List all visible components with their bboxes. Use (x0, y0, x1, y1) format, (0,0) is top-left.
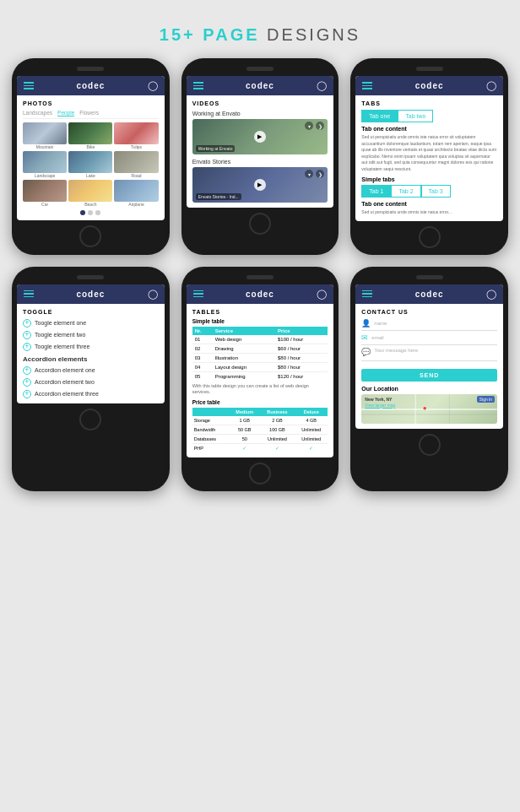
play-button-1[interactable]: ▶ (254, 131, 266, 143)
app-bar: codec ◯ (187, 284, 334, 304)
user-icon[interactable]: ◯ (317, 289, 327, 300)
toggle-item-2[interactable]: + Toogle element two (23, 331, 159, 339)
accordion-label-3: Accordion element three (35, 391, 99, 397)
photos-tabs: Landscapes People Flowers (23, 110, 159, 119)
screen-content-tables: TABLES Simple table Nr. Service Price 01… (187, 304, 334, 457)
toggle-icon-1: + (23, 319, 31, 328)
table-desc: With this table design you can create a … (192, 383, 328, 396)
accordion-title: Accordion elements (23, 355, 159, 363)
photo-item-beach: Beach (68, 180, 112, 207)
map-sign-in[interactable]: Sign in (477, 396, 495, 403)
tab-flowers[interactable]: Flowers (79, 110, 99, 116)
toggle-icon-3: + (23, 343, 31, 351)
app-bar: codec ◯ (187, 76, 334, 95)
phone-speaker (416, 67, 443, 71)
screen-content-tabs: TABS Tab one Tab two Tab one content Sed… (355, 95, 503, 221)
user-icon[interactable]: ◯ (148, 289, 158, 300)
message-placeholder[interactable]: Your message here (374, 348, 418, 353)
app-logo: codec (415, 290, 444, 299)
tab-two-button[interactable]: Tab two (398, 110, 433, 122)
tab-content-title: Tab one content (361, 126, 497, 132)
contact-email-row: ✉ email (361, 333, 497, 345)
accordion-item-3[interactable]: + Accordion element three (23, 390, 159, 398)
tab-people[interactable]: People (57, 110, 74, 116)
app-bar: codec ◯ (17, 284, 165, 304)
name-placeholder[interactable]: name (374, 321, 387, 326)
hamburger-icon[interactable] (24, 290, 34, 298)
simple-table-title: Simple table (192, 318, 328, 324)
hamburger-icon[interactable] (362, 290, 372, 298)
accordion-label-2: Accordion element two (35, 379, 95, 385)
contact-form: 👤 name ✉ email 💬 Your message here (361, 319, 497, 361)
email-placeholder[interactable]: email (371, 335, 383, 340)
hamburger-icon[interactable] (24, 82, 34, 89)
user-icon[interactable]: ◯ (486, 80, 496, 91)
photos-grid: Mountain Bike Tulips Landscape Lake Road… (23, 122, 159, 207)
phone-home-button[interactable] (249, 463, 271, 484)
video-thumb-2[interactable]: ▶ Envato Stories - Ind... ▾ ❯ (192, 167, 328, 203)
header-normal: DESIGNS (260, 25, 361, 44)
app-bar: codec ◯ (355, 76, 503, 95)
phone-home-button[interactable] (249, 213, 271, 235)
simple-tab-1[interactable]: Tab 1 (361, 185, 391, 198)
user-icon[interactable]: ◯ (148, 80, 158, 91)
accordion-item-2[interactable]: + Accordion element two (23, 378, 159, 387)
map-container[interactable]: New York, NY View larger map Sign in ● (361, 394, 497, 424)
simple-tab-content-title: Tab one content (361, 201, 497, 207)
toggle-item-1[interactable]: + Toogle element one (23, 319, 159, 328)
phone-videos: codec ◯ VIDEOS Working at Envato ▶ Worki… (181, 58, 339, 255)
hamburger-icon[interactable] (193, 290, 203, 298)
phone-home-button[interactable] (419, 226, 441, 248)
accordion-item-1[interactable]: + Accordion element one (23, 366, 159, 375)
simple-tab-buttons-row: Tab 1 Tab 2 Tab 3 (361, 185, 497, 198)
accordion-icon-1: + (23, 366, 31, 375)
photos-section-title: PHOTOS (23, 100, 159, 106)
video-title-1: Working at Envato (192, 111, 328, 116)
tabs-section-title: TABS (361, 100, 497, 106)
accordion-icon-2: + (23, 378, 31, 387)
hamburger-icon[interactable] (193, 82, 203, 89)
phone-home-button[interactable] (79, 225, 101, 247)
simple-tab-3[interactable]: Tab 3 (421, 185, 451, 198)
app-bar: codec ◯ (17, 76, 165, 95)
app-logo: codec (246, 290, 274, 299)
price-table: Medium Business Deluxe Storage1 GB2 GB4 … (192, 408, 328, 452)
phone-screen-tabs: codec ◯ TABS Tab one Tab two Tab one con… (355, 76, 503, 221)
toggle-label-2: Toogle element two (35, 332, 85, 338)
send-button[interactable]: SEND (361, 369, 497, 382)
phone-home-button[interactable] (79, 409, 101, 430)
toggle-section-title: TOGGLE (23, 309, 159, 315)
page-header: 15+ PAGE DESIGNS (160, 0, 360, 58)
phone-photos: codec ◯ PHOTOS Landscapes People Flowers… (12, 58, 170, 255)
phone-tables: codec ◯ TABLES Simple table Nr. Service … (181, 267, 339, 491)
tables-section-title: TABLES (192, 309, 328, 315)
photo-item-airplane: Airplane (114, 180, 158, 207)
contact-message-row: 💬 Your message here (361, 348, 497, 361)
toggle-item-3[interactable]: + Toogle element three (23, 343, 159, 351)
contact-section-title: CONTACT US (361, 309, 497, 315)
tab-buttons-row: Tab one Tab two (361, 110, 497, 122)
tab-landscapes[interactable]: Landscapes (23, 110, 52, 116)
video-thumb-1[interactable]: ▶ Working at Envato ▾ ❯ (192, 119, 328, 154)
phone-home-button[interactable] (419, 434, 441, 456)
user-icon[interactable]: ◯ (486, 289, 496, 300)
videos-section-title: VIDEOS (192, 100, 328, 106)
phone-contact: codec ◯ CONTACT US 👤 name ✉ email 💬 (350, 267, 508, 491)
phone-screen-toggle: codec ◯ TOGGLE + Toogle element one + To… (17, 284, 165, 403)
phone-screen-videos: codec ◯ VIDEOS Working at Envato ▶ Worki… (187, 76, 334, 208)
photo-item-tulips: Tulips (114, 122, 158, 149)
screen-content-toggle: TOGGLE + Toogle element one + Toogle ele… (17, 304, 165, 403)
simple-tab-2[interactable]: Tab 2 (391, 185, 420, 198)
map-view-larger[interactable]: View larger map (365, 403, 395, 408)
play-button-2[interactable]: ▶ (254, 179, 266, 191)
user-icon[interactable]: ◯ (317, 80, 327, 91)
tab-one-button[interactable]: Tab one (361, 110, 398, 122)
app-logo: codec (76, 81, 105, 90)
phone-screen-photos: codec ◯ PHOTOS Landscapes People Flowers… (17, 76, 165, 220)
hamburger-icon[interactable] (362, 82, 372, 89)
photo-item-bike: Bike (68, 122, 112, 149)
video-label-1: Working at Envato (196, 145, 236, 152)
accordion-icon-3: + (23, 390, 31, 398)
photo-item-road: Road (114, 151, 158, 178)
header-highlight: 15+ PAGE (160, 25, 260, 44)
